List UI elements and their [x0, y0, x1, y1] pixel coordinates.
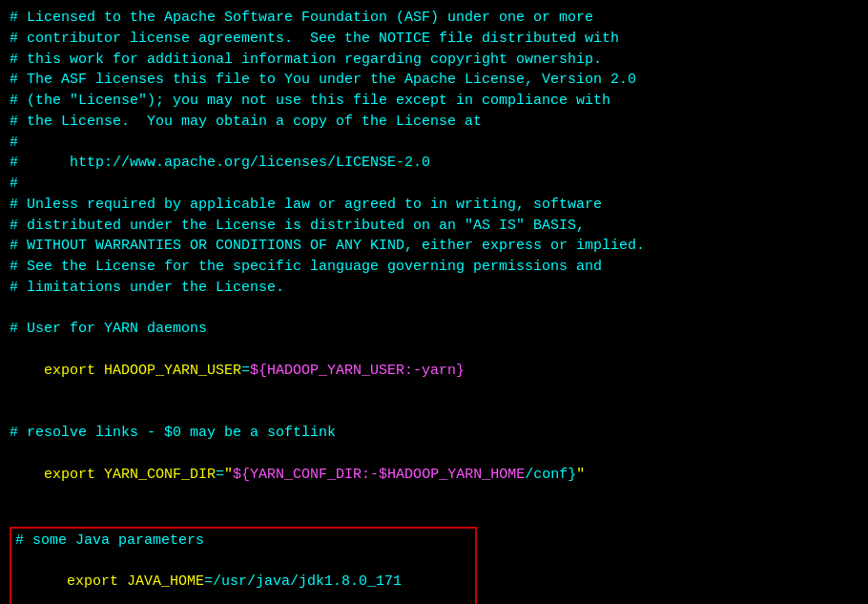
line-2: # contributor license agreements. See th…: [10, 29, 858, 50]
export-keyword-3: export: [67, 573, 127, 590]
line-15: [10, 299, 858, 320]
val-yarn-conf-dir-inner: ${YARN_CONF_DIR:-$HADOOP_YARN_HOME: [233, 467, 525, 483]
val-conf-path: /conf}: [525, 467, 576, 483]
export-keyword-2: export: [44, 467, 104, 483]
eq-2: =: [216, 467, 224, 483]
line-5: # (the "License"); you may not use this …: [10, 91, 858, 112]
line-1: # Licensed to the Apache Software Founda…: [10, 8, 858, 29]
line-17: export HADOOP_YARN_USER=${HADOOP_YARN_US…: [10, 340, 858, 402]
line-14: # limitations under the License.: [10, 278, 858, 299]
val-hadoop-yarn-user: ${HADOOP_YARN_USER:-yarn}: [250, 363, 465, 379]
line-3: # this work for additional information r…: [10, 50, 858, 71]
line-13: # See the License for the specific langu…: [10, 257, 858, 278]
export-keyword-1: export: [44, 363, 104, 379]
line-22: # some Java parameters: [15, 531, 469, 552]
line-19: # resolve links - $0 may be a softlink: [10, 423, 858, 444]
var-yarn-conf-dir: YARN_CONF_DIR: [104, 467, 216, 483]
eq-3: =: [204, 573, 213, 590]
line-16: # User for YARN daemons: [10, 319, 858, 340]
val-java-home: /usr/java/jdk1.8.0_171: [213, 573, 402, 590]
line-8: # http://www.apache.org/licenses/LICENSE…: [10, 153, 858, 174]
code-viewer: # Licensed to the Apache Software Founda…: [0, 0, 868, 604]
line-6: # the License. You may obtain a copy of …: [10, 112, 858, 133]
line-11: # distributed under the License is distr…: [10, 216, 858, 237]
quote-close-1: ": [576, 467, 585, 483]
line-12: # WITHOUT WARRANTIES OR CONDITIONS OF AN…: [10, 236, 858, 257]
line-23: export JAVA_HOME=/usr/java/jdk1.8.0_171: [15, 552, 469, 605]
eq-1: =: [241, 363, 250, 379]
line-9: #: [10, 174, 858, 195]
var-hadoop-yarn-user: HADOOP_YARN_USER: [104, 363, 241, 379]
line-20: export YARN_CONF_DIR="${YARN_CONF_DIR:-$…: [10, 444, 858, 506]
quote-open-1: ": [224, 467, 233, 483]
line-7: #: [10, 133, 858, 154]
line-4: # The ASF licenses this file to You unde…: [10, 70, 858, 91]
var-java-home: JAVA_HOME: [127, 573, 204, 590]
line-10: # Unless required by applicable law or a…: [10, 195, 858, 216]
line-18: [10, 402, 858, 423]
line-21: [10, 506, 858, 527]
highlighted-java-block: # some Java parameters export JAVA_HOME=…: [10, 527, 477, 604]
